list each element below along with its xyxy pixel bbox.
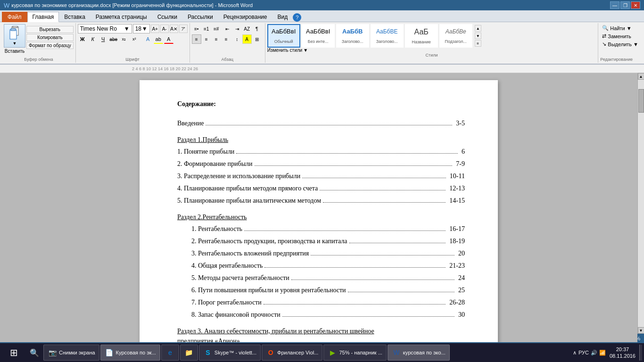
- style-subtitle-label: Подзагол...: [445, 39, 467, 44]
- replace-icon: ⇄: [602, 33, 606, 39]
- toc-entry-2-8: 8. Запас финансовой прочности 30: [177, 310, 465, 320]
- toc-entry-2-5: 5. Методы расчета рентабельности 24: [177, 273, 465, 283]
- toc-page: 14-15: [447, 196, 465, 206]
- change-styles-button[interactable]: Изменить стили ▼: [267, 48, 308, 53]
- tab-references[interactable]: Ссылки: [152, 12, 182, 22]
- multilevel-list-button[interactable]: ≡#: [212, 24, 221, 33]
- taskbar-app-skype[interactable]: S Skype™ - violett...: [199, 345, 261, 361]
- clear-formatting-button[interactable]: A✕: [170, 25, 178, 33]
- taskbar-app-partner[interactable]: ▶ 75% - напарник ...: [323, 345, 386, 361]
- style-normal[interactable]: АаБбВвІ Обычный: [267, 24, 300, 48]
- styles-row: АаБбВвІ Обычный АаБбВвІ Без инте... АаБб…: [267, 24, 596, 48]
- toc-entry-text: 4. Планирование прибыли методом прямого …: [177, 183, 318, 193]
- strikethrough-button[interactable]: abe: [109, 34, 118, 44]
- italic-button[interactable]: К: [88, 34, 98, 44]
- taskbar-search-button[interactable]: 🔍: [26, 345, 42, 361]
- align-right-button[interactable]: ≡: [212, 34, 221, 44]
- taskbar-app-word[interactable]: W курсовая по эко...: [388, 345, 450, 361]
- show-desktop-button[interactable]: [639, 345, 642, 361]
- close-button[interactable]: ✕: [631, 1, 640, 9]
- phonetics-button[interactable]: ア: [179, 25, 188, 33]
- tab-review[interactable]: Рецензирование: [218, 12, 272, 22]
- style-title[interactable]: АаБ Название: [405, 24, 438, 48]
- toc-entry-text: 1. Понятие прибыли: [177, 147, 234, 156]
- toc-dots: [311, 255, 454, 255]
- underline-button[interactable]: Ч: [99, 34, 108, 44]
- styles-expand-button[interactable]: ≡: [475, 40, 481, 47]
- taskbar-app-doc1[interactable]: 📄 Курсовая по эк...: [100, 345, 160, 361]
- justify-button[interactable]: ≡: [222, 34, 231, 44]
- shading-button[interactable]: A: [242, 34, 252, 44]
- system-clock[interactable]: 20:37 08.11.2016: [610, 346, 636, 360]
- tab-view[interactable]: Вид: [272, 12, 293, 22]
- title-text: курсовая по экономике организации.docx […: [11, 2, 253, 8]
- scroll-down-button[interactable]: ▼: [638, 327, 644, 334]
- bold-button[interactable]: Ж: [78, 34, 87, 44]
- text-effects-button[interactable]: A: [143, 34, 153, 44]
- tab-file[interactable]: Файл: [2, 12, 27, 22]
- tab-page-layout[interactable]: Разметка страницы: [91, 12, 152, 22]
- styles-up-button[interactable]: ▲: [475, 25, 481, 32]
- toc-dots: [255, 165, 453, 166]
- borders-button[interactable]: ⊞: [252, 34, 262, 44]
- font-size-increase-button[interactable]: A+: [151, 25, 159, 33]
- style-no-spacing[interactable]: АаБбВвІ Без инте...: [302, 24, 335, 48]
- style-heading1-preview: АаБбВ: [342, 28, 363, 35]
- font-color-button[interactable]: A: [164, 34, 173, 44]
- font-name-selector[interactable]: Times New Ro ▼: [78, 24, 132, 33]
- paste-button[interactable]: ▼: [4, 24, 25, 48]
- scroll-up-button[interactable]: ▲: [638, 73, 644, 80]
- style-heading1[interactable]: АаБбВ Заголово...: [336, 24, 369, 48]
- taskbar-app-screenshots[interactable]: 📷 Снимки экрана: [43, 345, 99, 361]
- toc-entry-2-1: 1. Рентабельность 16-17: [177, 224, 465, 234]
- network-icon[interactable]: 📶: [599, 350, 606, 356]
- maximize-button[interactable]: ❐: [620, 1, 630, 9]
- font-size-selector[interactable]: 18 ▼: [133, 24, 150, 33]
- superscript-button[interactable]: x²: [130, 34, 139, 44]
- font-size-decrease-button[interactable]: A-: [160, 25, 169, 33]
- tray-expand-button[interactable]: ∧: [573, 350, 577, 356]
- scroll-thumb[interactable]: [638, 89, 644, 113]
- replace-button[interactable]: ⇄ Заменить: [600, 32, 633, 40]
- styles-down-button[interactable]: ▼: [475, 33, 481, 39]
- taskbar-app-freelancer[interactable]: O Фрилансер Viol...: [262, 345, 322, 361]
- style-normal-preview: АаБбВвІ: [272, 28, 296, 35]
- sort-button[interactable]: AZ: [242, 24, 252, 33]
- style-heading2[interactable]: АаБбВЕ Заголово...: [371, 24, 404, 48]
- line-spacing-button[interactable]: ↕: [232, 34, 242, 44]
- paragraph-group: ≡• ≡1 ≡# ⇤ ⇥ AZ ¶ ≡ ≡ ≡ ≡ ↕ A ⊞ Абзац: [190, 23, 265, 63]
- tab-home[interactable]: Главная: [27, 12, 59, 22]
- show-formatting-button[interactable]: ¶: [252, 24, 262, 33]
- taskbar-app-explorer[interactable]: 📁: [180, 345, 198, 361]
- toc-entry-text: 4. Общая рентабельность: [191, 261, 263, 271]
- subscript-button[interactable]: x₂: [119, 34, 129, 44]
- decrease-indent-button[interactable]: ⇤: [223, 24, 232, 33]
- paste-button-area[interactable]: ▼ Вставить: [4, 24, 25, 54]
- find-button[interactable]: 🔍 Найти ▼: [600, 24, 633, 32]
- style-no-spacing-preview: АаБбВвІ: [306, 28, 330, 35]
- window-controls: — ❐ ✕: [610, 1, 640, 9]
- numbering-button[interactable]: ≡1: [202, 24, 211, 33]
- tab-mailings[interactable]: Рассылки: [182, 12, 218, 22]
- cut-button[interactable]: Вырезать: [26, 26, 74, 33]
- select-button[interactable]: ↘ Выделить ▼: [600, 40, 640, 48]
- document-area[interactable]: Содержание: Введение 3-5 Раздел 1.Прибыл…: [0, 73, 637, 342]
- align-center-button[interactable]: ≡: [202, 34, 211, 44]
- bullets-button[interactable]: ≡•: [192, 24, 201, 33]
- minimize-button[interactable]: —: [610, 1, 619, 9]
- format-painter-button[interactable]: Формат по образцу: [26, 42, 74, 49]
- taskbar-app-email[interactable]: e: [161, 345, 179, 361]
- help-button[interactable]: ?: [293, 13, 301, 22]
- highlight-button[interactable]: ab: [154, 34, 163, 44]
- style-subtitle[interactable]: АаБбВе Подзагол...: [439, 24, 472, 48]
- start-button[interactable]: ⊞: [2, 345, 25, 361]
- style-heading2-preview: АаБбВЕ: [376, 28, 398, 35]
- language-tray[interactable]: РУС: [578, 350, 589, 356]
- volume-icon[interactable]: 🔊: [591, 350, 597, 356]
- scrollbar-vertical[interactable]: ▲ ▼: [637, 73, 644, 334]
- align-left-button[interactable]: ≡: [192, 34, 201, 44]
- copy-button[interactable]: Копировать: [26, 34, 74, 41]
- tab-insert[interactable]: Вставка: [59, 12, 91, 22]
- increase-indent-button[interactable]: ⇥: [232, 24, 242, 33]
- para-row-2: ≡ ≡ ≡ ≡ ↕ A ⊞: [192, 34, 263, 44]
